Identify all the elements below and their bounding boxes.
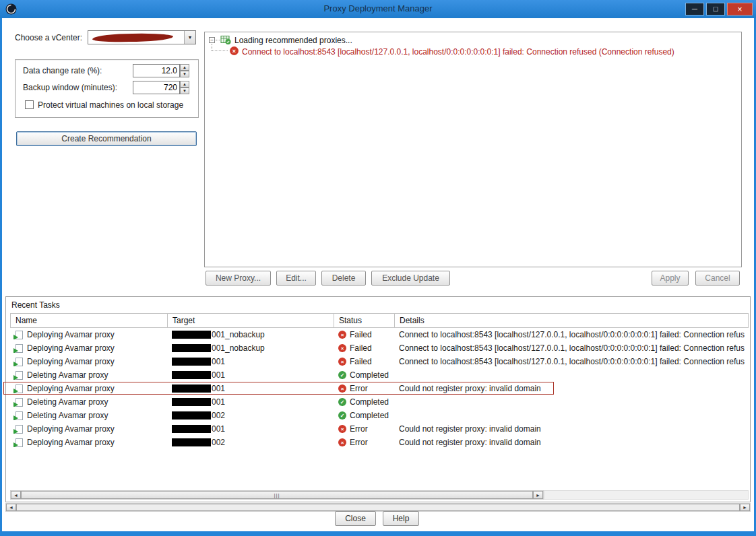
- status-icon: ✓: [338, 371, 346, 379]
- recommendation-tree-panel: − Loading recommended proxies... × Conne…: [204, 32, 742, 267]
- delete-button[interactable]: Delete: [321, 271, 366, 286]
- data-change-rate-spinner: ▲ ▼: [133, 64, 189, 77]
- backup-window-label: Backup window (minutes):: [23, 83, 117, 92]
- tree-root-node[interactable]: Loading recommended proxies...: [234, 36, 352, 45]
- dialog-horizontal-scrollbar[interactable]: ◄ ►: [5, 503, 751, 512]
- scrollbar-thumb[interactable]: |||: [21, 491, 533, 499]
- data-change-rate-label: Data change rate (%):: [23, 66, 102, 75]
- task-target-suffix: 001_nobackup: [212, 330, 265, 339]
- data-change-rate-input[interactable]: [133, 64, 180, 77]
- create-recommendation-button[interactable]: Create Recommendation: [16, 131, 197, 146]
- spinner-up-icon[interactable]: ▲: [180, 81, 189, 88]
- chevron-down-icon[interactable]: ▼: [184, 31, 195, 44]
- redaction-bar: [172, 425, 211, 433]
- close-dialog-button[interactable]: Close: [335, 511, 376, 526]
- status-icon: ×: [338, 331, 346, 339]
- task-status: Error: [350, 424, 368, 434]
- tree-connector: [212, 51, 228, 51]
- task-name: Deleting Avamar proxy: [27, 397, 108, 407]
- tree-error-node[interactable]: Connect to localhost:8543 [localhost/127…: [242, 47, 674, 57]
- task-target-suffix: 001: [212, 424, 225, 434]
- tree-connector: [216, 40, 220, 40]
- task-details: Could not register proxy: invalid domain: [399, 438, 541, 447]
- task-details: Could not register proxy: invalid domain: [399, 384, 541, 393]
- redaction-bar: [172, 438, 211, 446]
- status-icon: ×: [338, 384, 346, 393]
- redaction-bar: [172, 358, 211, 366]
- task-name: Deploying Avamar proxy: [27, 343, 115, 353]
- close-button[interactable]: ×: [727, 3, 753, 15]
- cancel-button[interactable]: Cancel: [695, 271, 740, 286]
- column-header-target[interactable]: Target: [168, 314, 334, 327]
- table-row[interactable]: Deploying Avamar proxy 001 × Error Could…: [10, 422, 749, 436]
- status-icon: ✓: [338, 411, 346, 420]
- protect-local-storage-checkbox[interactable]: [25, 100, 34, 109]
- task-icon: [15, 358, 23, 366]
- task-details: Could not register proxy: invalid domain: [399, 424, 541, 434]
- exclude-update-button[interactable]: Exclude Update: [371, 271, 450, 286]
- task-icon: [15, 384, 23, 393]
- recent-tasks-title: Recent Tasks: [11, 300, 60, 310]
- task-details: Connect to localhost:8543 [localhost/127…: [399, 357, 745, 366]
- recent-tasks-panel: Recent Tasks Name Target Status Details …: [5, 296, 751, 502]
- task-icon: [15, 438, 23, 447]
- scrollbar-thumb[interactable]: [16, 504, 740, 511]
- column-header-name[interactable]: Name: [11, 314, 168, 327]
- task-status: Failed: [350, 357, 372, 366]
- table-row[interactable]: Deploying Avamar proxy 002 × Error Could…: [10, 436, 749, 449]
- table-row[interactable]: Deleting Avamar proxy 001 ✓ Completed: [10, 368, 749, 382]
- task-name: Deploying Avamar proxy: [27, 438, 115, 447]
- task-target-suffix: 001: [212, 370, 225, 380]
- task-status: Error: [350, 384, 368, 393]
- vcenter-label: Choose a vCenter:: [15, 33, 82, 42]
- task-target-suffix: 002: [212, 438, 225, 447]
- redaction-bar: [172, 398, 211, 406]
- scroll-right-icon[interactable]: ►: [740, 504, 750, 511]
- window-title: Proxy Deployment Manager: [0, 3, 756, 13]
- task-status: Completed: [350, 397, 389, 407]
- status-icon: ×: [338, 425, 346, 433]
- task-name: Deleting Avamar proxy: [27, 370, 108, 380]
- scroll-left-icon[interactable]: ◄: [6, 504, 16, 511]
- minimize-button[interactable]: ─: [685, 3, 704, 15]
- table-row[interactable]: Deploying Avamar proxy 001 × Error Could…: [10, 382, 749, 395]
- redaction-bar: [172, 331, 211, 339]
- new-proxy-button[interactable]: New Proxy...: [206, 271, 271, 286]
- task-status: Failed: [350, 343, 372, 353]
- table-horizontal-scrollbar[interactable]: ◄ ||| ►: [10, 490, 544, 500]
- tree-connector: [212, 44, 212, 51]
- vcenter-combobox[interactable]: ▼: [88, 30, 196, 44]
- spinner-down-icon[interactable]: ▼: [180, 71, 189, 77]
- table-row[interactable]: Deploying Avamar proxy 001_nobackup × Fa…: [10, 341, 749, 355]
- column-header-status[interactable]: Status: [334, 314, 395, 327]
- scrollbar-grip-icon: |||: [274, 492, 280, 498]
- maximize-button[interactable]: □: [706, 3, 725, 15]
- task-target-suffix: 001: [212, 397, 225, 407]
- redaction-bar: [172, 344, 211, 352]
- task-name: Deploying Avamar proxy: [27, 330, 115, 339]
- table-header: Name Target Status Details: [10, 313, 749, 328]
- task-name: Deploying Avamar proxy: [27, 357, 115, 366]
- task-target-suffix: 001: [212, 357, 225, 366]
- column-header-details[interactable]: Details: [395, 314, 748, 327]
- tree-collapse-toggle[interactable]: −: [209, 37, 215, 43]
- backup-window-input[interactable]: [133, 81, 180, 94]
- error-icon: ×: [230, 46, 239, 55]
- table-row[interactable]: Deleting Avamar proxy 001 ✓ Completed: [10, 395, 749, 409]
- apply-button[interactable]: Apply: [652, 271, 689, 286]
- table-row[interactable]: Deploying Avamar proxy 001_nobackup × Fa…: [10, 328, 749, 341]
- spinner-up-icon[interactable]: ▲: [180, 64, 189, 71]
- status-icon: ×: [338, 438, 346, 446]
- task-name: Deploying Avamar proxy: [27, 424, 115, 434]
- table-row[interactable]: Deleting Avamar proxy 002 ✓ Completed: [10, 409, 749, 422]
- scroll-left-icon[interactable]: ◄: [11, 491, 21, 499]
- task-status: Failed: [350, 330, 372, 339]
- edit-button[interactable]: Edit...: [276, 271, 316, 286]
- task-status: Error: [350, 438, 368, 447]
- backup-window-spinner: ▲ ▼: [133, 81, 189, 94]
- redaction-scribble: [92, 33, 173, 43]
- table-row[interactable]: Deploying Avamar proxy 001 × Failed Conn…: [10, 355, 749, 368]
- scroll-right-icon[interactable]: ►: [533, 491, 543, 499]
- spinner-down-icon[interactable]: ▼: [180, 88, 189, 94]
- help-button[interactable]: Help: [383, 511, 419, 526]
